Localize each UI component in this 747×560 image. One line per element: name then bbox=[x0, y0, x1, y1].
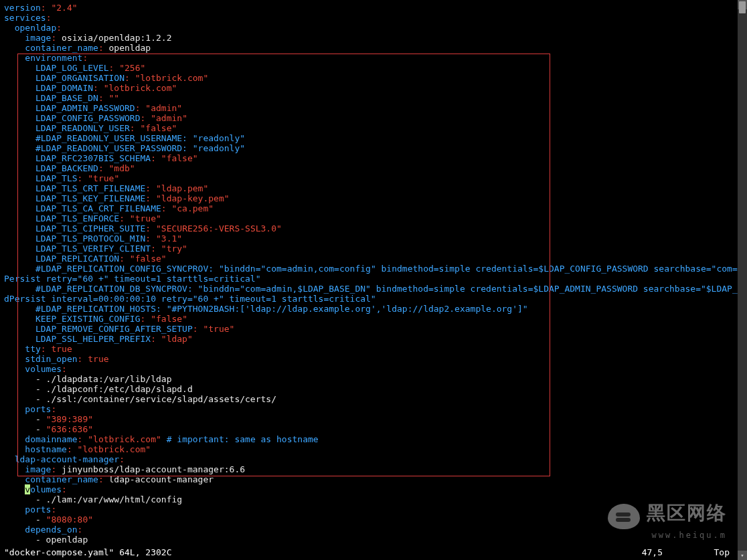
status-file: "docker-compose.yaml" 64L, 2302C bbox=[4, 547, 171, 557]
vertical-scrollbar[interactable]: ▴ ▾ bbox=[738, 0, 747, 560]
text-editor-content[interactable]: version: "2.4" services: openldap: image… bbox=[4, 3, 743, 545]
scrollbar-thumb[interactable] bbox=[739, 1, 746, 13]
status-scroll: Top bbox=[714, 547, 730, 557]
vim-status-bar: "docker-compose.yaml" 64L, 2302C 47,5 To… bbox=[4, 547, 743, 557]
status-cursor-position: 47,5 bbox=[642, 547, 663, 557]
scroll-down-arrow[interactable]: ▾ bbox=[738, 551, 747, 560]
